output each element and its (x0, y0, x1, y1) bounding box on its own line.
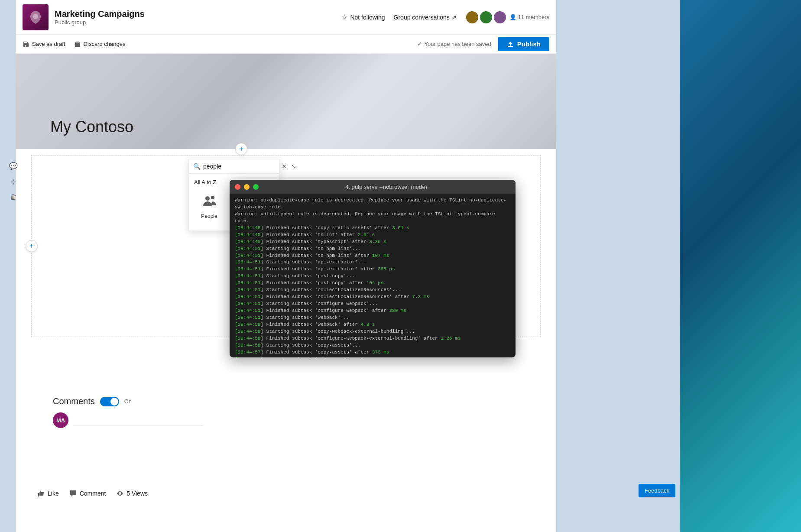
add-section-button-mid[interactable]: + (26, 240, 38, 252)
maximize-window-button[interactable] (253, 184, 259, 190)
close-icon[interactable]: ✕ (282, 163, 287, 170)
footer-actions: Like Comment 5 Views (37, 490, 148, 497)
search-header: 🔍 ✕ ⤡ (189, 159, 279, 174)
external-link-icon: ↗ (451, 14, 457, 21)
comments-title: Comments (53, 396, 95, 406)
publish-button[interactable]: Publish (498, 37, 549, 51)
feedback-label: Feedback (645, 487, 669, 494)
save-as-draft-button[interactable]: Save as draft (23, 41, 65, 48)
svg-point-2 (211, 196, 214, 199)
discard-label: Discard changes (84, 41, 126, 47)
comment-icon (69, 490, 77, 497)
views-icon (116, 490, 124, 497)
discard-icon (74, 41, 81, 48)
terminal-body: Warning: no-duplicate-case rule is depre… (230, 194, 516, 357)
group-logo-icon (27, 9, 44, 26)
discard-changes-button[interactable]: Discard changes (74, 41, 126, 48)
terminal-line: [08:44:51] Starting subtask 'post-copy'.… (235, 273, 510, 280)
header-right: ☆ Not following Group conversations ↗ 👤 … (341, 10, 549, 24)
delete-tool[interactable]: 🗑 (7, 191, 19, 203)
toolbar-right: ✓ Your page has been saved Publish (417, 37, 549, 51)
views-button[interactable]: 5 Views (116, 490, 148, 497)
people-label: People (201, 213, 217, 219)
like-label: Like (48, 490, 59, 497)
comment-button[interactable]: Comment (69, 490, 106, 497)
person-icon: 👤 (509, 14, 516, 20)
user-avatar: MA (53, 412, 68, 428)
people-web-part[interactable]: People (194, 191, 224, 225)
views-label: 5 Views (126, 490, 148, 497)
search-icon: 🔍 (193, 163, 201, 170)
check-icon: ✓ (417, 41, 422, 47)
comment-input-area: MA (53, 412, 203, 428)
hero-section: My Contoso (16, 54, 556, 149)
comment-label: Comment (80, 490, 106, 497)
terminal-line: [08:44:51] Finished subtask 'api-extract… (235, 266, 510, 273)
group-type: Public group (55, 19, 341, 26)
move-tool[interactable]: ⊹ (7, 175, 19, 188)
avatar (465, 10, 479, 24)
terminal-line: [08:44:51] Finished subtask 'collectLoca… (235, 294, 510, 301)
like-icon (37, 490, 45, 497)
not-following-label: Not following (350, 14, 385, 21)
terminal-line: [08:44:51] Starting subtask 'api-extract… (235, 259, 510, 266)
comments-toggle[interactable] (100, 397, 119, 406)
right-background (680, 0, 801, 532)
terminal-line: [08:44:57] Finished subtask 'copy-assets… (235, 349, 510, 356)
group-logo (23, 4, 49, 30)
members-section: 👤 11 members (465, 10, 549, 24)
publish-icon (507, 41, 514, 48)
terminal-line: [08:44:58] Finished subtask 'configure-w… (235, 335, 510, 342)
comment-input[interactable] (73, 415, 203, 426)
terminal-line: [08:44:48] Finished subtask 'copy-static… (235, 225, 510, 232)
close-window-button[interactable] (235, 184, 240, 190)
group-conversations-button[interactable]: Group conversations ↗ (394, 14, 457, 21)
comments-section: Comments On MA (53, 396, 203, 428)
terminal-line: [08:44:58] Starting subtask 'copy-assets… (235, 342, 510, 349)
terminal-line: [08:44:51] Finished subtask 'ts-npm-lint… (235, 253, 510, 260)
minimize-window-button[interactable] (244, 184, 250, 190)
terminal-line: [08:44:51] Finished subtask 'post-copy' … (235, 280, 510, 287)
hero-overlay: My Contoso (50, 118, 133, 136)
terminal-title: 4. gulp serve --nobrowser (node) (262, 184, 510, 190)
terminal-line: [08:44:40] Finished subtask 'tslint' aft… (235, 232, 510, 239)
terminal-titlebar: 4. gulp serve --nobrowser (node) (230, 180, 516, 194)
group-conversations-label: Group conversations (394, 14, 450, 21)
svg-point-0 (33, 14, 38, 19)
terminal-line: [08:44:51] Starting subtask 'webpack'... (235, 315, 510, 321)
terminal-line: [08:44:51] Starting subtask 'ts-npm-lint… (235, 246, 510, 253)
avatar (479, 10, 493, 24)
comments-header: Comments On (53, 396, 203, 406)
save-draft-label: Save as draft (32, 41, 65, 47)
people-svg (201, 193, 217, 209)
add-section-button-top[interactable]: + (235, 143, 247, 155)
page-title: My Contoso (50, 118, 133, 136)
feedback-button[interactable]: Feedback (639, 484, 675, 497)
terminal-line: [08:44:58] Finished subtask 'webpack' af… (235, 321, 510, 328)
page-header: Marketing Campaigns Public group ☆ Not f… (16, 0, 556, 35)
saved-status-label: Your page has been saved (425, 41, 491, 47)
terminal-line: [08:44:57] Starting subtask 'write-manif… (235, 356, 510, 357)
expand-icon[interactable]: ⤡ (291, 163, 296, 170)
not-following-button[interactable]: ☆ Not following (341, 13, 385, 21)
terminal-line: [08:44:51] Starting subtask 'configure-w… (235, 301, 510, 308)
like-button[interactable]: Like (37, 490, 59, 497)
star-icon: ☆ (341, 13, 347, 21)
group-info: Marketing Campaigns Public group (55, 9, 341, 26)
terminal-line: Warning: valid-typeof rule is deprecated… (235, 211, 510, 225)
terminal-line: [08:44:58] Starting subtask 'copy-webpac… (235, 328, 510, 335)
group-name: Marketing Campaigns (55, 9, 341, 19)
terminal-line: [08:44:51] Starting subtask 'collectLoca… (235, 287, 510, 294)
edit-toolbar: Save as draft Discard changes ✓ Your pag… (16, 35, 556, 54)
publish-label: Publish (517, 40, 541, 48)
svg-point-1 (205, 196, 210, 201)
avatar (493, 10, 507, 24)
terminal-window: 4. gulp serve --nobrowser (node) Warning… (230, 180, 516, 357)
people-icon (200, 191, 219, 211)
terminal-line: [08:44:51] Finished subtask 'configure-w… (235, 308, 510, 315)
search-input[interactable] (203, 163, 279, 170)
toggle-on-label: On (124, 398, 132, 405)
comment-tool[interactable]: 💬 (7, 160, 19, 172)
terminal-line: [08:44:45] Finished subtask 'typescript'… (235, 239, 510, 246)
section-edit-tools: 💬 ⊹ 🗑 (7, 160, 19, 203)
